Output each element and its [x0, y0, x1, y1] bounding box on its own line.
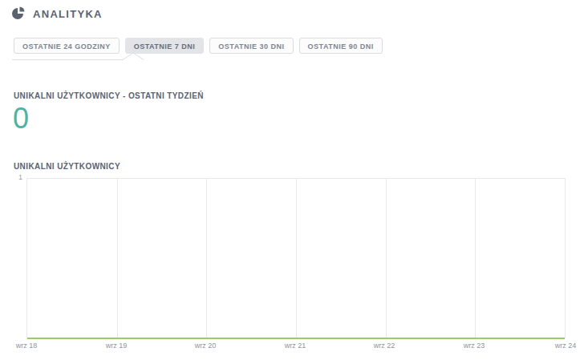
x-axis-tick-label: wrz 22: [364, 342, 404, 350]
selected-tab-caret: [12, 52, 150, 61]
x-axis-tick-label: wrz 24: [554, 342, 577, 350]
gridline: [296, 179, 297, 338]
time-range-tabs: OSTATNIE 24 GODZINY OSTATNIE 7 DNI OSTAT…: [14, 38, 383, 54]
summary-title: UNIKALNI UŻYTKOWNICY - OSTATNI TYDZIEŃ: [14, 91, 204, 100]
x-axis-tick-label: wrz 20: [185, 342, 225, 350]
gridline: [475, 179, 476, 338]
summary-value: 0: [13, 102, 29, 135]
chart-title: UNIKALNI UŻYTKOWNICY: [14, 162, 120, 171]
page-title: ANALITYKA: [33, 8, 103, 20]
tab-ostatnie-90-dni[interactable]: OSTATNIE 90 DNI: [299, 38, 383, 54]
tab-ostatnie-30-dni[interactable]: OSTATNIE 30 DNI: [209, 38, 293, 54]
gridline: [386, 179, 387, 338]
app-header: ANALITYKA: [11, 6, 103, 21]
pie-chart-icon: [11, 6, 26, 21]
gridline: [206, 179, 207, 338]
x-axis-tick-label: wrz 21: [275, 342, 315, 350]
tab-ostatnie-7-dni[interactable]: OSTATNIE 7 DNI: [125, 38, 205, 54]
unique-users-chart: [26, 178, 566, 338]
x-axis-tick-label: wrz 18: [6, 342, 47, 350]
x-axis-tick-label: wrz 23: [454, 342, 494, 350]
tab-ostatnie-24-godziny[interactable]: OSTATNIE 24 GODZINY: [14, 38, 120, 54]
y-axis-tick-label: 1: [8, 173, 22, 181]
x-axis-tick-label: wrz 19: [96, 342, 136, 350]
series-zero-line: [27, 338, 565, 339]
gridline: [117, 179, 118, 338]
